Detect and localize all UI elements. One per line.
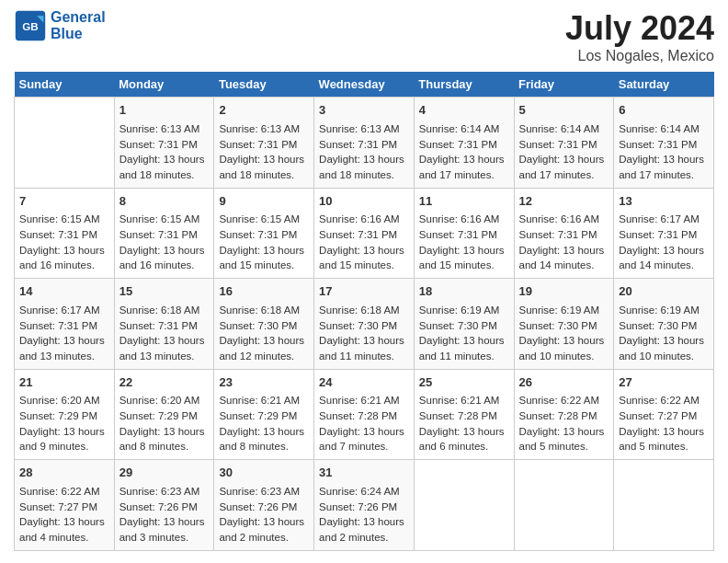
day-info: Daylight: 13 hours and 2 minutes. — [219, 514, 309, 545]
day-info: Sunset: 7:31 PM — [619, 227, 709, 243]
day-info: Sunrise: 6:19 AM — [419, 303, 509, 318]
day-number: 9 — [219, 193, 309, 211]
calendar-cell: 13Sunrise: 6:17 AMSunset: 7:31 PMDayligh… — [614, 188, 714, 279]
day-number: 29 — [119, 465, 210, 482]
day-info: Daylight: 13 hours and 2 minutes. — [319, 514, 409, 545]
day-info: Sunset: 7:26 PM — [219, 500, 309, 515]
calendar-cell: 28Sunrise: 6:22 AMSunset: 7:27 PMDayligh… — [15, 460, 115, 551]
calendar-cell: 10Sunrise: 6:16 AMSunset: 7:31 PMDayligh… — [314, 188, 415, 279]
day-info: Sunrise: 6:16 AM — [519, 212, 609, 227]
day-number: 12 — [519, 193, 609, 211]
title-block: July 2024 Los Nogales, Mexico — [565, 9, 714, 64]
calendar-cell: 18Sunrise: 6:19 AMSunset: 7:30 PMDayligh… — [414, 279, 514, 370]
day-info: Sunrise: 6:23 AM — [219, 484, 309, 500]
day-info: Daylight: 13 hours and 10 minutes. — [619, 333, 709, 363]
day-info: Sunrise: 6:14 AM — [519, 121, 609, 137]
day-info: Sunset: 7:31 PM — [319, 227, 409, 243]
day-info: Sunrise: 6:23 AM — [119, 484, 210, 500]
day-info: Sunrise: 6:15 AM — [19, 212, 109, 227]
calendar-cell: 12Sunrise: 6:16 AMSunset: 7:31 PMDayligh… — [514, 188, 614, 279]
day-info: Sunset: 7:31 PM — [519, 227, 609, 243]
day-info: Daylight: 13 hours and 17 minutes. — [519, 152, 609, 182]
day-info: Sunset: 7:26 PM — [319, 500, 409, 515]
day-info: Daylight: 13 hours and 17 minutes. — [619, 152, 709, 182]
day-number: 25 — [419, 374, 509, 392]
day-info: Sunset: 7:31 PM — [319, 137, 409, 153]
calendar-cell: 5Sunrise: 6:14 AMSunset: 7:31 PMDaylight… — [514, 98, 614, 189]
calendar-cell: 3Sunrise: 6:13 AMSunset: 7:31 PMDaylight… — [314, 98, 415, 189]
page-title: July 2024 — [565, 9, 714, 48]
day-info: Sunrise: 6:22 AM — [519, 393, 609, 408]
day-number: 30 — [219, 465, 309, 482]
day-info: Sunset: 7:31 PM — [419, 227, 509, 243]
day-number: 28 — [19, 465, 109, 482]
day-info: Sunset: 7:30 PM — [419, 318, 509, 334]
day-info: Sunset: 7:27 PM — [619, 408, 709, 424]
calendar-cell — [15, 98, 115, 189]
day-number: 22 — [119, 374, 210, 392]
day-number: 10 — [319, 193, 409, 211]
day-info: Sunset: 7:31 PM — [119, 318, 210, 334]
day-info: Daylight: 13 hours and 14 minutes. — [519, 243, 609, 273]
calendar-cell: 19Sunrise: 6:19 AMSunset: 7:30 PMDayligh… — [514, 279, 614, 370]
day-info: Sunrise: 6:21 AM — [319, 393, 409, 408]
day-info: Sunset: 7:31 PM — [619, 137, 709, 153]
day-info: Daylight: 13 hours and 9 minutes. — [19, 424, 109, 454]
day-info: Sunrise: 6:19 AM — [619, 303, 709, 318]
day-info: Sunrise: 6:20 AM — [119, 393, 210, 408]
calendar-cell: 9Sunrise: 6:15 AMSunset: 7:31 PMDaylight… — [214, 188, 314, 279]
calendar-cell: 22Sunrise: 6:20 AMSunset: 7:29 PMDayligh… — [114, 369, 214, 460]
day-info: Sunset: 7:30 PM — [519, 318, 609, 334]
day-info: Daylight: 13 hours and 10 minutes. — [519, 333, 609, 363]
calendar-cell: 21Sunrise: 6:20 AMSunset: 7:29 PMDayligh… — [15, 369, 115, 460]
calendar-cell: 7Sunrise: 6:15 AMSunset: 7:31 PMDaylight… — [15, 188, 115, 279]
calendar-week-3: 14Sunrise: 6:17 AMSunset: 7:31 PMDayligh… — [15, 279, 714, 370]
day-info: Sunrise: 6:18 AM — [319, 303, 409, 318]
day-info: Daylight: 13 hours and 7 minutes. — [319, 424, 409, 454]
day-info: Sunrise: 6:21 AM — [419, 393, 509, 408]
svg-text:GB: GB — [22, 20, 39, 32]
day-info: Sunset: 7:31 PM — [219, 137, 309, 153]
day-number: 3 — [319, 102, 409, 120]
calendar-cell: 23Sunrise: 6:21 AMSunset: 7:29 PMDayligh… — [214, 369, 314, 460]
page-subtitle: Los Nogales, Mexico — [565, 48, 714, 64]
day-info: Daylight: 13 hours and 3 minutes. — [119, 514, 210, 545]
calendar-table: SundayMondayTuesdayWednesdayThursdayFrid… — [14, 72, 714, 551]
header-sunday: Sunday — [15, 72, 115, 98]
day-number: 5 — [519, 102, 609, 120]
day-info: Sunset: 7:29 PM — [119, 408, 210, 424]
calendar-week-2: 7Sunrise: 6:15 AMSunset: 7:31 PMDaylight… — [15, 188, 714, 279]
header-friday: Friday — [514, 72, 614, 98]
calendar-cell: 29Sunrise: 6:23 AMSunset: 7:26 PMDayligh… — [114, 460, 214, 551]
day-info: Sunset: 7:30 PM — [619, 318, 709, 334]
calendar-cell: 16Sunrise: 6:18 AMSunset: 7:30 PMDayligh… — [214, 279, 314, 370]
day-info: Sunrise: 6:24 AM — [319, 484, 409, 500]
day-info: Sunrise: 6:17 AM — [19, 303, 109, 318]
day-number: 24 — [319, 374, 409, 392]
day-info: Sunset: 7:29 PM — [19, 408, 109, 424]
day-number: 6 — [619, 102, 709, 120]
logo-line2: Blue — [51, 26, 106, 42]
calendar-cell: 25Sunrise: 6:21 AMSunset: 7:28 PMDayligh… — [414, 369, 514, 460]
calendar-cell: 26Sunrise: 6:22 AMSunset: 7:28 PMDayligh… — [514, 369, 614, 460]
day-info: Sunrise: 6:16 AM — [319, 212, 409, 227]
day-info: Sunrise: 6:15 AM — [119, 212, 210, 227]
day-info: Sunset: 7:31 PM — [219, 227, 309, 243]
day-info: Sunset: 7:31 PM — [19, 227, 109, 243]
day-info: Daylight: 13 hours and 11 minutes. — [319, 333, 409, 363]
day-number: 31 — [319, 465, 409, 482]
calendar-week-1: 1Sunrise: 6:13 AMSunset: 7:31 PMDaylight… — [15, 98, 714, 189]
day-info: Sunrise: 6:19 AM — [519, 303, 609, 318]
day-info: Sunrise: 6:21 AM — [219, 393, 309, 408]
day-number: 15 — [119, 283, 210, 301]
day-info: Sunset: 7:31 PM — [419, 137, 509, 153]
day-number: 1 — [119, 102, 210, 120]
day-number: 17 — [319, 283, 409, 301]
day-info: Daylight: 13 hours and 18 minutes. — [119, 152, 210, 182]
day-info: Daylight: 13 hours and 16 minutes. — [119, 243, 210, 273]
page-header: GB General Blue July 2024 Los Nogales, M… — [14, 9, 714, 64]
calendar-cell: 15Sunrise: 6:18 AMSunset: 7:31 PMDayligh… — [114, 279, 214, 370]
day-info: Sunrise: 6:16 AM — [419, 212, 509, 227]
day-info: Daylight: 13 hours and 13 minutes. — [119, 333, 210, 363]
day-info: Daylight: 13 hours and 5 minutes. — [519, 424, 609, 454]
